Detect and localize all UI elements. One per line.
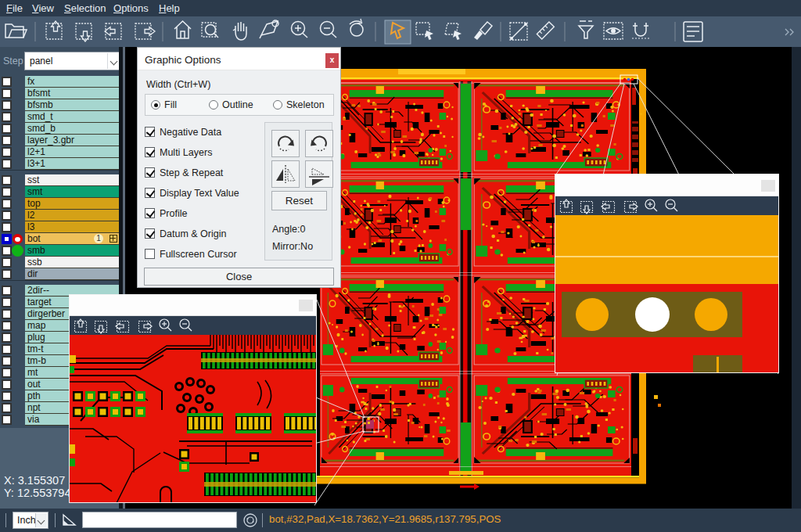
svg-text:*: * [640, 111, 643, 119]
